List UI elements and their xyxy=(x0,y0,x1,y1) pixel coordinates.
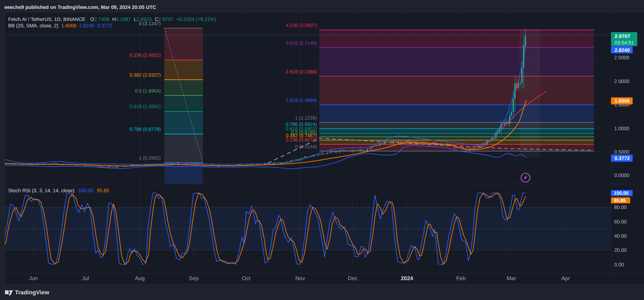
svg-text:Jul: Jul xyxy=(82,276,89,282)
svg-text:1 (0.2662): 1 (0.2662) xyxy=(139,155,161,161)
svg-text:2.0000: 2.0000 xyxy=(614,78,629,84)
svg-text:Dec: Dec xyxy=(348,276,358,282)
svg-text:1 (1.1226): 1 (1.1226) xyxy=(295,115,317,121)
svg-text:0.236 (0.6579): 0.236 (0.6579) xyxy=(286,137,317,143)
svg-text:0.5000: 0.5000 xyxy=(614,149,629,155)
svg-text:Nov: Nov xyxy=(295,276,305,282)
svg-text:0 (3.1247): 0 (3.1247) xyxy=(139,21,161,26)
svg-text:1.6006: 1.6006 xyxy=(615,98,630,104)
svg-text:0.382 (2.0327): 0.382 (2.0327) xyxy=(130,72,161,78)
svg-text:40.00: 40.00 xyxy=(614,233,627,239)
svg-text:0.236 (2.4501): 0.236 (2.4501) xyxy=(130,52,161,58)
svg-text:2.5000: 2.5000 xyxy=(614,55,629,60)
svg-text:Sep: Sep xyxy=(189,276,199,282)
svg-text:Aug: Aug xyxy=(135,276,145,282)
svg-text:03:54:51: 03:54:51 xyxy=(615,40,634,45)
svg-text:2.9707: 2.9707 xyxy=(615,34,630,39)
svg-text:1.618 (1.4984): 1.618 (1.4984) xyxy=(286,98,317,103)
svg-text:1.0000: 1.0000 xyxy=(614,126,629,131)
svg-text:3.618 (2.7148): 3.618 (2.7148) xyxy=(286,40,317,46)
svg-text:4.236 (3.0907): 4.236 (3.0907) xyxy=(286,23,317,28)
svg-text:Apr: Apr xyxy=(561,276,570,282)
svg-text:0.786 (0.8779): 0.786 (0.8779) xyxy=(130,127,161,132)
svg-text:80.00: 80.00 xyxy=(614,204,627,210)
svg-text:20.00: 20.00 xyxy=(614,247,627,253)
svg-text:0.5 (1.6954): 0.5 (1.6954) xyxy=(135,88,161,94)
svg-text:Jun: Jun xyxy=(29,276,38,282)
svg-text:Feb: Feb xyxy=(456,276,466,282)
svg-text:0 (0.5144): 0 (0.5144) xyxy=(295,144,317,149)
svg-text:100.00: 100.00 xyxy=(614,190,628,196)
svg-text:Oct: Oct xyxy=(242,276,251,282)
svg-text:0.0000: 0.0000 xyxy=(614,172,629,178)
svg-text:0.00: 0.00 xyxy=(614,262,624,267)
svg-text:2024: 2024 xyxy=(401,276,413,282)
svg-text:0.618 (1.3581): 0.618 (1.3581) xyxy=(130,104,161,109)
svg-text:60.00: 60.00 xyxy=(614,219,627,224)
svg-text:2.8240: 2.8240 xyxy=(615,47,630,53)
svg-text:eeeche9 published on TradingVi: eeeche9 published on TradingView.com, Ma… xyxy=(4,4,156,10)
svg-text:2.618 (2.1066): 2.618 (2.1066) xyxy=(286,69,317,74)
svg-text:0.3772: 0.3772 xyxy=(615,155,630,161)
svg-text:Mar: Mar xyxy=(507,276,516,282)
svg-text:TradingView: TradingView xyxy=(15,289,49,296)
svg-text:95.85: 95.85 xyxy=(614,198,626,203)
svg-text:Fetch.AI / TetherUS, 1D, BINAN: Fetch.AI / TetherUS, 1D, BINANCEO2.7458H… xyxy=(8,16,216,22)
